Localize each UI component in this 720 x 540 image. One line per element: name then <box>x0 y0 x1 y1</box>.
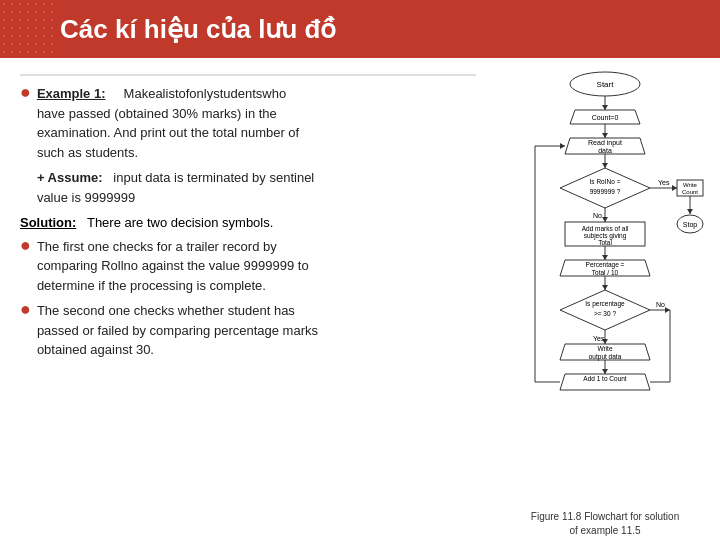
svg-text:Count=0: Count=0 <box>592 114 619 121</box>
svg-text:Total: Total <box>598 239 612 246</box>
svg-marker-44 <box>665 307 670 313</box>
page-header: Các kí hiệu của lưu đồ <box>0 0 720 58</box>
svg-text:Yes: Yes <box>658 179 670 186</box>
solution-text: There are two decision symbols. <box>87 215 273 230</box>
svg-marker-7 <box>602 133 608 138</box>
example-label: Example 1: <box>37 86 106 101</box>
svg-text:Count: Count <box>682 189 698 195</box>
svg-marker-3 <box>602 105 608 110</box>
bullet1-line2: comparing Rollno against the value 99999… <box>37 258 309 273</box>
left-panel: ● Example 1: Makealistofonlystudentswho … <box>0 58 490 540</box>
assume-item: ● + Assume: input data is terminated by … <box>20 168 476 207</box>
bullet2-item: ● The second one checks whether student … <box>20 301 476 360</box>
solution-label: Solution: <box>20 215 76 230</box>
svg-text:No: No <box>593 212 602 219</box>
bullet-dot-3: ● <box>20 235 31 256</box>
svg-marker-53 <box>602 369 608 374</box>
svg-text:Percentage =: Percentage = <box>586 261 625 269</box>
svg-text:Is RoINo =: Is RoINo = <box>590 178 621 185</box>
bullet1-line3: determine if the processing is complete. <box>37 278 266 293</box>
divider <box>20 74 476 76</box>
bullet-dot-4: ● <box>20 299 31 320</box>
svg-text:output data: output data <box>589 353 622 361</box>
svg-text:Write: Write <box>683 182 698 188</box>
svg-text:>= 30 ?: >= 30 ? <box>594 310 616 317</box>
page-title: Các kí hiệu của lưu đồ <box>60 14 336 45</box>
svg-text:Add 1 to Count: Add 1 to Count <box>583 375 627 382</box>
example-intro: Makealistofonlystudentswho <box>124 86 287 101</box>
assume-text-block: + Assume: input data is terminated by se… <box>37 168 314 207</box>
bullet2-text: The second one checks whether student ha… <box>37 301 318 360</box>
bullet2-line1: The second one checks whether student ha… <box>37 303 295 318</box>
svg-marker-17 <box>672 185 677 191</box>
assume-line2: value is 9999999 <box>37 190 135 205</box>
svg-text:Total / 10: Total / 10 <box>592 269 619 276</box>
bullet-dot-1: ● <box>20 82 31 103</box>
svg-text:Read input: Read input <box>588 139 622 147</box>
assume-label: + Assume: <box>37 170 103 185</box>
bullet2-line2: passed or failed by comparing percentage… <box>37 323 318 338</box>
caption-line1: Figure 11.8 Flowchart for solution <box>531 511 679 522</box>
example-line4: such as students. <box>37 145 138 160</box>
svg-text:Is percentage: Is percentage <box>585 300 625 308</box>
svg-text:Yes: Yes <box>593 335 605 342</box>
flowchart-svg: Start Count=0 Read input data <box>505 66 705 506</box>
example-line2: have passed (obtained 30% marks) in the <box>37 106 277 121</box>
svg-text:Start: Start <box>597 80 615 89</box>
solution-line: Solution: There are two decision symbols… <box>20 213 476 233</box>
right-panel: Start Count=0 Read input data <box>490 58 720 540</box>
svg-marker-27 <box>602 217 608 222</box>
svg-marker-34 <box>602 255 608 260</box>
flowchart: Start Count=0 Read input data <box>500 66 710 538</box>
svg-marker-59 <box>560 143 565 149</box>
bullet1-item: ● The first one checks for a trailer rec… <box>20 237 476 296</box>
svg-text:data: data <box>598 147 612 154</box>
flowchart-caption: Figure 11.8 Flowchart for solution of ex… <box>531 510 679 538</box>
assume-text: input data is terminated by sentinel <box>113 170 314 185</box>
caption-line2: of example 11.5 <box>569 525 640 536</box>
svg-text:Stop: Stop <box>683 221 698 229</box>
example-line3: examination. And print out the total num… <box>37 125 299 140</box>
svg-text:Write: Write <box>597 345 612 352</box>
example-text: Example 1: Makealistofonlystudentswho ha… <box>37 84 299 162</box>
bullet2-line3: obtained against 30. <box>37 342 154 357</box>
bullet1-line1: The first one checks for a trailer recor… <box>37 239 277 254</box>
dot-pattern-decoration <box>0 0 55 58</box>
svg-marker-23 <box>687 209 693 214</box>
svg-text:9999999 ?: 9999999 ? <box>590 188 621 195</box>
svg-text:Add marks of all: Add marks of all <box>582 225 629 232</box>
content-area: ● Example 1: Makealistofonlystudentswho … <box>0 58 720 540</box>
svg-text:No: No <box>656 301 665 308</box>
example-item: ● Example 1: Makealistofonlystudentswho … <box>20 84 476 162</box>
svg-marker-12 <box>602 163 608 168</box>
bullet1-text: The first one checks for a trailer recor… <box>37 237 309 296</box>
svg-marker-39 <box>602 285 608 290</box>
